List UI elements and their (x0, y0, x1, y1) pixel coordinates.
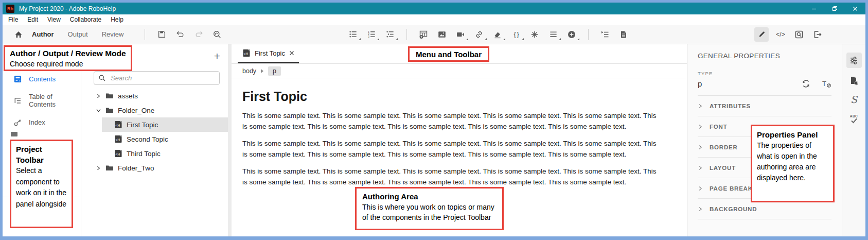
edit-mode-button[interactable] (754, 27, 769, 42)
menu-view[interactable]: View (43, 16, 65, 23)
insert-more-button[interactable] (565, 28, 578, 41)
code-braces-button[interactable]: { } (509, 28, 523, 41)
close-button[interactable] (845, 3, 865, 14)
svg-text:<H: <H (244, 52, 249, 56)
spell-check-button[interactable]: ABC (850, 115, 858, 124)
refresh-icon[interactable] (801, 79, 811, 89)
styles-button[interactable]: S (851, 94, 857, 105)
pencil-icon (757, 30, 766, 39)
svg-text:<H: <H (116, 152, 120, 156)
home-button[interactable] (12, 28, 25, 41)
sidebar-item-toc[interactable]: Table of Contents (3, 90, 81, 111)
contents-icon (13, 75, 22, 83)
search-input[interactable] (110, 74, 215, 82)
topic-icon: <H (114, 121, 122, 129)
clear-formatting-icon[interactable]: T (821, 79, 831, 89)
format-eraser-button[interactable] (491, 28, 504, 41)
multilevel-list-icon (386, 30, 395, 39)
tree-item-second-topic[interactable]: <H Second Topic (102, 132, 228, 146)
tab-review[interactable]: Review (102, 30, 124, 38)
section-attributes[interactable]: ATTRIBUTES (698, 96, 831, 116)
sidebar-item-label: Index (29, 118, 45, 126)
tree-item-label: Second Topic (127, 135, 168, 143)
menu-file[interactable]: File (4, 16, 23, 23)
preview-icon (794, 30, 804, 39)
tab-output[interactable]: Output (68, 30, 88, 38)
multilevel-list-button[interactable] (383, 28, 397, 41)
tree-item-third-topic[interactable]: <H Third Topic (102, 146, 228, 161)
insert-table-button[interactable] (417, 28, 430, 41)
section-label: PAGE BREAK (710, 185, 753, 192)
section-label: ATTRIBUTES (710, 103, 751, 109)
sidebar-item-index[interactable]: Index (3, 111, 81, 133)
tab-author[interactable]: Author (32, 30, 54, 38)
chevron-right-icon (698, 145, 703, 150)
minimize-button[interactable] (804, 3, 824, 14)
properties-panel-title: GENERAL PROPERTIES (698, 52, 831, 60)
insert-image-button[interactable] (435, 28, 449, 41)
close-tab-icon[interactable] (289, 50, 294, 56)
find-replace-button[interactable] (210, 28, 224, 41)
insert-link-icon (474, 30, 484, 39)
menu-collaborate[interactable]: Collaborate (65, 16, 106, 23)
annotation-title: Properties Panel (757, 129, 828, 140)
section-label: FONT (710, 124, 728, 130)
topic-properties-button[interactable] (849, 76, 859, 86)
tab-first-topic[interactable]: <H First Topic (238, 44, 299, 63)
save-button[interactable] (155, 28, 168, 41)
minimize-icon (811, 6, 817, 11)
app-window: Rh My Project 2020 - Adobe RoboHelp File… (3, 3, 865, 236)
condition-tags-button[interactable] (546, 28, 560, 41)
snippet-button[interactable] (528, 28, 541, 41)
tree-item-assets[interactable]: assets (81, 89, 228, 103)
toolbar-separator (406, 29, 407, 40)
undo-icon (176, 30, 185, 39)
search-box (94, 71, 220, 85)
folder-icon (105, 92, 114, 100)
insert-video-button[interactable] (454, 28, 467, 41)
document-canvas[interactable]: First Topic This is some sample text. Th… (232, 78, 687, 194)
folder-icon (105, 164, 114, 172)
breadcrumb-body[interactable]: body (242, 67, 256, 75)
svg-text:<H: <H (116, 124, 120, 127)
preview-button[interactable] (792, 28, 806, 41)
general-properties-button[interactable] (846, 53, 862, 68)
breadcrumb-p-chip[interactable]: p (268, 66, 281, 76)
topic-icon: <H (242, 49, 251, 57)
plus-circle-icon (567, 30, 576, 39)
tree-item-label: Third Topic (127, 150, 161, 158)
tree-item-folder-two[interactable]: Folder_Two (81, 161, 228, 175)
condition-lines-icon (549, 30, 558, 39)
topic-outline-button[interactable] (617, 28, 630, 41)
source-view-button[interactable]: </> (774, 28, 787, 41)
tree-item-folder-one[interactable]: Folder_One (81, 103, 228, 117)
checkmark-icon (851, 118, 858, 124)
restore-button[interactable] (824, 3, 845, 14)
numbered-list-button[interactable]: 123 (365, 28, 378, 41)
bullet-list-button[interactable] (346, 28, 360, 41)
save-icon (157, 30, 166, 39)
right-icon-rail: S ABC (842, 44, 865, 236)
exit-button[interactable] (811, 28, 824, 41)
title-bar: Rh My Project 2020 - Adobe RoboHelp (3, 3, 865, 14)
tree-item-first-topic[interactable]: <H First Topic (102, 117, 228, 132)
type-row: p T (698, 79, 831, 96)
undo-button[interactable] (173, 28, 187, 41)
svg-text:<H: <H (116, 138, 120, 142)
sidebar-item-label: Table of Contents (29, 93, 81, 108)
annotation-body: Choose required mode (10, 59, 126, 69)
annotation-authoring-area-callout: Authoring Area This is where you work on… (355, 187, 504, 230)
topic-paragraph: This is some sample text. This is some s… (242, 139, 663, 160)
toolbar-separator (145, 29, 145, 40)
menu-edit[interactable]: Edit (23, 16, 43, 23)
add-button[interactable]: + (214, 51, 220, 61)
contents-panel: + assets Folder_One (81, 44, 232, 236)
insert-image-icon (437, 30, 447, 39)
topic-toc-button[interactable] (598, 28, 612, 41)
sliders-icon (849, 56, 859, 65)
numbered-list-icon: 123 (367, 30, 376, 39)
menu-help[interactable]: Help (106, 16, 128, 23)
redo-button[interactable] (192, 28, 205, 41)
insert-link-button[interactable] (472, 28, 486, 41)
sidebar-item-contents[interactable]: Contents (3, 68, 81, 90)
